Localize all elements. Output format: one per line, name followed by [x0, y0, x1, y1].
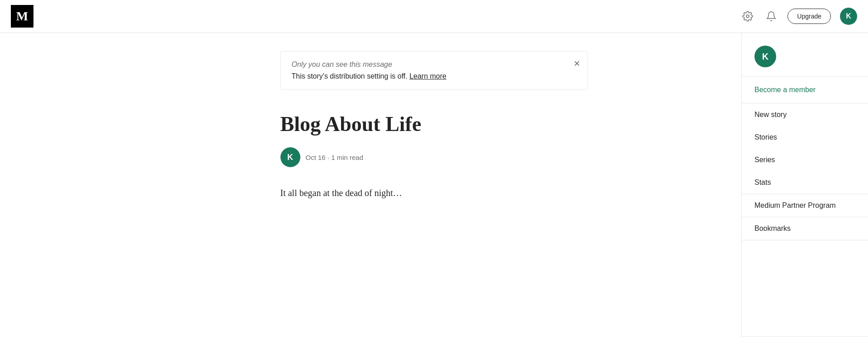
dropdown-avatar: K	[754, 46, 776, 67]
notice-only-you-text: Only you can see this message	[292, 61, 577, 69]
gear-icon	[742, 11, 753, 22]
notifications-button[interactable]	[764, 9, 778, 23]
medium-logo[interactable]: M	[11, 5, 33, 28]
dropdown-section-stories: New story Stories Series Stats	[742, 103, 868, 194]
article-content: It all began at the dead of night…	[280, 185, 588, 201]
header-right: Upgrade K	[740, 8, 857, 25]
header-left: M	[11, 5, 33, 28]
user-avatar-button[interactable]: K	[840, 8, 857, 25]
notice-close-button[interactable]: ✕	[574, 59, 580, 69]
notice-message: This story's distribution setting is off…	[292, 72, 577, 80]
dropdown-header: K	[742, 33, 868, 77]
learn-more-link[interactable]: Learn more	[409, 72, 446, 80]
dropdown-item-bookmarks[interactable]: Bookmarks	[742, 217, 868, 240]
article-body: It all began at the dead of night…	[280, 185, 588, 201]
header: M Upgrade K	[0, 0, 868, 33]
settings-button[interactable]	[740, 9, 755, 23]
notice-main-text: This story's distribution setting is off…	[292, 72, 408, 80]
main-content: Only you can see this message This story…	[0, 33, 868, 219]
dropdown-section-bookmarks: Bookmarks	[742, 217, 868, 240]
upgrade-button[interactable]: Upgrade	[787, 9, 831, 24]
dropdown-item-partner-program[interactable]: Medium Partner Program	[742, 194, 868, 217]
user-dropdown-menu: K Become a member New story Stories Seri…	[741, 33, 868, 337]
article-meta: Oct 16 · 1 min read	[306, 154, 364, 161]
close-icon: ✕	[574, 59, 580, 69]
dropdown-item-series[interactable]: Series	[742, 149, 868, 171]
dropdown-item-new-story[interactable]: New story	[742, 103, 868, 126]
article-title: Blog About Life	[280, 112, 588, 136]
dropdown-item-stories[interactable]: Stories	[742, 126, 868, 149]
bell-icon	[766, 11, 777, 22]
dropdown-item-stats[interactable]: Stats	[742, 171, 868, 194]
notice-box: Only you can see this message This story…	[280, 51, 588, 90]
dropdown-section-partner: Medium Partner Program	[742, 194, 868, 217]
svg-point-0	[746, 15, 749, 18]
author-avatar: K	[280, 147, 300, 167]
article-container: Only you can see this message This story…	[270, 33, 599, 219]
become-member-link[interactable]: Become a member	[742, 77, 868, 103]
author-row: K Oct 16 · 1 min read	[280, 147, 588, 167]
